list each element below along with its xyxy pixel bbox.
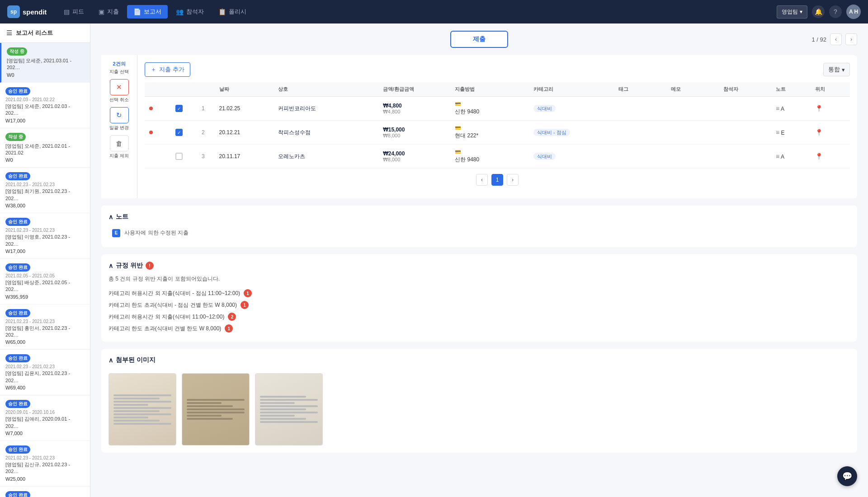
sidebar-item-9[interactable]: 승인 완료 2021.02.23 - 2021.02.23 [영업팀] 김신규,…: [0, 441, 90, 487]
row1-checkbox-cell[interactable]: ✓: [171, 97, 197, 121]
sidebar-badge-10: 승인 완료: [5, 491, 30, 497]
row3-num: 3: [197, 145, 215, 169]
violations-title-text: 규정 위반: [116, 262, 143, 270]
delete-label: 지출 제외: [109, 153, 129, 159]
row3-date: 20.11.17: [215, 145, 274, 169]
row1-card-icon: 💳: [455, 101, 524, 107]
row3-card-icon: 💳: [455, 149, 524, 155]
nav-right: 영업팀 ▾ 🔔 ? A H: [777, 5, 861, 19]
row2-merchant[interactable]: 착피스성수점: [274, 121, 378, 145]
notes-title[interactable]: ∧ 노트: [108, 213, 850, 221]
team-selector[interactable]: 영업팀 ▾: [777, 5, 807, 19]
receipt-image-1[interactable]: [108, 373, 176, 445]
th-merchant: 상호: [274, 82, 378, 97]
row2-category: 식대비 - 점심: [529, 121, 614, 145]
sidebar-badge-5: 승인 완료: [5, 263, 30, 272]
violation-count-2: 2: [228, 313, 236, 321]
row2-note[interactable]: ≡ E: [771, 121, 811, 145]
filter-button[interactable]: 통합 ▾: [823, 63, 850, 76]
sidebar-item-0[interactable]: 작성 중 [영업팀] 오세준, 2021.03.01 - 202… W0: [0, 43, 90, 83]
help-btn[interactable]: ?: [829, 5, 842, 18]
receipt-image-2[interactable]: [182, 373, 250, 445]
row3-error-cell: [145, 145, 171, 169]
add-expense-button[interactable]: ＋ 지출 추가: [145, 62, 190, 77]
violation-text-3: 카테고리 한도 초과(식대비 건별 한도 W 8,000): [108, 325, 221, 333]
row1-payment: 💳 신한 9480: [450, 97, 529, 121]
sidebar-item-6[interactable]: 승인 완료 2021.02.23 - 2021.02.23 [영업팀] 홍민서,…: [0, 305, 90, 350]
side-panel-delete[interactable]: 🗑 지출 제외: [109, 135, 129, 159]
violation-text-0: 카테고리 허용시간 외 지출(식대비 - 점심 11:00~12:00): [108, 290, 240, 297]
cancel-selection-icon[interactable]: ✕: [110, 79, 129, 95]
nav-item-participant[interactable]: 👥 참석자: [170, 5, 210, 19]
chat-button[interactable]: 💬: [837, 466, 857, 486]
page-nav: 1 / 92 ‹ ›: [811, 33, 857, 45]
images-grid: [108, 370, 850, 445]
row3-note[interactable]: ≡ A: [771, 145, 811, 169]
sidebar-item-1[interactable]: 승인 완료 2021.02.03 - 2021.02.22 [영업팀] 오세준,…: [0, 83, 90, 128]
sidebar-item-5[interactable]: 승인 완료 2021.02.05 - 2021.02.05 [영업팀] 배상준,…: [0, 259, 90, 305]
row3-location[interactable]: 📍: [811, 145, 850, 169]
sidebar-item-date-8: 2020.09.01 - 2020.10.16: [5, 410, 85, 415]
row2-date: 20.12.21: [215, 121, 274, 145]
sidebar-menu-icon[interactable]: ☰: [6, 29, 12, 37]
sidebar-item-title-6: [영업팀] 홍민서, 2021.02.23 - 202…: [5, 325, 85, 339]
row1-note[interactable]: ≡ A: [771, 97, 811, 121]
th-participant: 참석자: [719, 82, 771, 97]
row3-memo: [666, 145, 719, 169]
table-next-btn[interactable]: ›: [507, 174, 519, 186]
sidebar-item-date-5: 2021.02.05 - 2021.02.05: [5, 273, 85, 278]
receipt-image-3[interactable]: [255, 373, 323, 445]
images-title[interactable]: ∧ 첨부된 이미지: [108, 356, 850, 364]
sidebar-item-date-1: 2021.02.03 - 2021.02.22: [5, 97, 85, 102]
nav-item-expense[interactable]: ▣ 지출: [92, 5, 125, 19]
side-panel-cancel[interactable]: ✕ 선택 취소: [109, 79, 129, 103]
violations-title[interactable]: ∧ 규정 위반 !: [108, 262, 850, 270]
side-panel-bulk-edit[interactable]: ↻ 일괄 변경: [109, 107, 129, 131]
row2-memo: [666, 121, 719, 145]
prev-page-btn[interactable]: ‹: [830, 33, 842, 45]
row2-checkbox[interactable]: ✓: [175, 129, 183, 136]
row3-checkbox[interactable]: [175, 153, 183, 160]
plus-icon: ＋: [151, 66, 156, 74]
table-prev-btn[interactable]: ‹: [476, 174, 488, 186]
table-page-1[interactable]: 1: [491, 174, 503, 186]
row3-participant: [719, 145, 771, 169]
row2-location[interactable]: 📍: [811, 121, 850, 145]
row3-merchant[interactable]: 오레노카츠: [274, 145, 378, 169]
side-count-label: 2건의: [113, 61, 125, 67]
sidebar-item-date-7: 2021.02.23 - 2021.02.23: [5, 364, 85, 369]
sidebar-title: 보고서 리스트: [16, 29, 53, 37]
notifications-btn[interactable]: 🔔: [812, 5, 825, 18]
sidebar-item-2[interactable]: 작성 중 [영업팀] 오세준, 2021.02.01 - 2021.02 W0: [0, 128, 90, 168]
row1-checkbox[interactable]: ✓: [175, 105, 183, 112]
th-num: [197, 82, 215, 97]
nav-item-feed[interactable]: ▤ 피드: [57, 5, 90, 19]
sidebar-badge-2: 작성 중: [5, 133, 26, 141]
row2-tag: [614, 121, 666, 145]
row1-location[interactable]: 📍: [811, 97, 850, 121]
app-body: ☰ 보고서 리스트 작성 중 [영업팀] 오세준, 2021.03.01 - 2…: [0, 23, 868, 497]
submit-button[interactable]: 제출: [450, 31, 508, 48]
next-page-btn[interactable]: ›: [845, 33, 857, 45]
row3-category: 식대비: [529, 145, 614, 169]
violations-section: ∧ 규정 위반 ! 총 5 건의 규정 위반 지출이 포함되어있습니다. 카테고…: [101, 254, 857, 342]
team-selector-arrow: ▾: [800, 9, 802, 15]
sidebar-item-7[interactable]: 승인 완료 2021.02.23 - 2021.02.23 [영업팀] 김윤지,…: [0, 350, 90, 395]
nav-item-report[interactable]: 📄 보고서: [127, 5, 168, 19]
sidebar-item-4[interactable]: 승인 완료 2021.02.23 - 2021.02.23 [영업팀] 이영호,…: [0, 213, 90, 259]
sidebar-item-3[interactable]: 승인 완료 2021.02.23 - 2021.02.23 [영업팀] 최기원,…: [0, 168, 90, 213]
row1-merchant[interactable]: 커피빈코리아도: [274, 97, 378, 121]
delete-icon[interactable]: 🗑: [110, 135, 129, 151]
nav-item-policy[interactable]: 📋 폴리시: [212, 5, 253, 19]
sidebar-item-8[interactable]: 승인 완료 2020.09.01 - 2020.10.16 [영업팀] 김애리,…: [0, 395, 90, 441]
sidebar-item-amount-7: W69,400: [5, 385, 85, 390]
row3-checkbox-cell[interactable]: [171, 145, 197, 169]
bulk-edit-icon[interactable]: ↻: [110, 107, 129, 123]
nav-items: ▤ 피드 ▣ 지출 📄 보고서 👥 참석자 📋 폴리시: [57, 5, 777, 19]
row2-checkbox-cell[interactable]: ✓: [171, 121, 197, 145]
expense-with-side: 2건의 지출 선택 ✕ 선택 취소 ↻ 일괄 변경 🗑 지출 제외: [101, 55, 857, 198]
main-content: 제출 1 / 92 ‹ › 2건의 지출 선택 ✕ 선택 취: [90, 23, 868, 497]
violation-count-3: 1: [225, 324, 233, 333]
user-avatar[interactable]: A H: [846, 5, 861, 19]
sidebar-item-10[interactable]: 승인 완료 2021.02.01 - 2021.02.04 [영업팀] 김애리,…: [0, 487, 90, 497]
